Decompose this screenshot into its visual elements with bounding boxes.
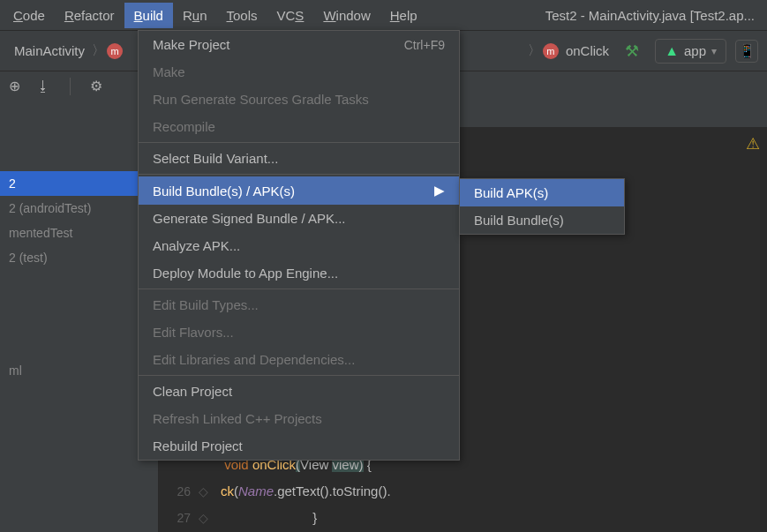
gutter-mark-icon: ◇ <box>199 505 208 531</box>
sidebar-item[interactable] <box>0 270 158 358</box>
method-icon: m <box>107 43 123 59</box>
menu-recompile: Recompile <box>139 113 459 140</box>
separator <box>139 174 459 175</box>
sidebar-item[interactable]: 2 <box>0 171 158 196</box>
menu-refresh-cpp: Refresh Linked C++ Projects <box>139 405 459 432</box>
menu-bar: Code Refactor Build Run Tools VCS Window… <box>0 0 767 30</box>
menu-tools[interactable]: Tools <box>216 3 267 28</box>
run-config-label: app <box>684 43 706 58</box>
build-hammer-icon[interactable]: ⚒ <box>625 41 639 61</box>
chevron-down-icon: ▾ <box>711 45 717 57</box>
menu-code[interactable]: Code <box>4 3 55 28</box>
build-apk-submenu: Build APK(s) Build Bundle(s) <box>459 178 625 235</box>
submenu-build-apk[interactable]: Build APK(s) <box>460 179 624 206</box>
separator <box>139 375 459 376</box>
menu-run-generate: Run Generate Sources Gradle Tasks <box>139 86 459 113</box>
menu-analyze-apk[interactable]: Analyze APK... <box>139 232 459 259</box>
menu-label: Build Bundle(s) / APK(s) <box>153 184 295 199</box>
line-number: 26 <box>177 478 191 505</box>
menu-deploy-module[interactable]: Deploy Module to App Engine... <box>139 259 459 287</box>
submenu-build-bundle[interactable]: Build Bundle(s) <box>460 206 624 234</box>
sidebar-item[interactable]: ml <box>0 358 158 383</box>
breadcrumb-sep: 〉 <box>92 42 105 59</box>
method-icon-2: m <box>543 43 559 59</box>
menu-run[interactable]: Run <box>173 3 217 28</box>
menu-vcs[interactable]: VCS <box>267 3 314 28</box>
sidebar-item[interactable]: 2 (androidTest) <box>0 196 158 221</box>
submenu-arrow-icon: ▶ <box>434 183 445 199</box>
breadcrumb-sep-2: 〉 <box>528 42 541 59</box>
menu-edit-flavors: Edit Flavors... <box>139 318 459 346</box>
shortcut-label: Ctrl+F9 <box>404 38 445 52</box>
build-menu-dropdown: Make Project Ctrl+F9 Make Run Generate S… <box>138 30 460 461</box>
menu-clean-project[interactable]: Clean Project <box>139 378 459 405</box>
menu-generate-signed[interactable]: Generate Signed Bundle / APK... <box>139 205 459 232</box>
menu-label: Make Project <box>153 37 230 52</box>
breadcrumb-class[interactable]: MainActivity <box>9 41 90 60</box>
menu-select-variant[interactable]: Select Build Variant... <box>139 145 459 172</box>
separator <box>139 142 459 143</box>
sidebar-item[interactable]: mentedTest <box>0 221 158 245</box>
menu-edit-libs: Edit Libraries and Dependencies... <box>139 346 459 373</box>
collapse-icon[interactable]: ⭳ <box>36 79 50 94</box>
menu-make-project[interactable]: Make Project Ctrl+F9 <box>139 31 459 58</box>
phone-icon: 📱 <box>739 43 756 59</box>
menu-window[interactable]: Window <box>313 3 380 28</box>
gutter-mark-icon: ◇ <box>199 478 208 505</box>
sidebar-item[interactable]: 2 (test) <box>0 245 158 270</box>
line-number: 27 <box>177 505 191 531</box>
menu-rebuild-project[interactable]: Rebuild Project <box>139 432 459 460</box>
separator <box>139 288 459 289</box>
project-sidebar[interactable]: 2 2 (androidTest) mentedTest 2 (test) ml <box>0 101 159 532</box>
breadcrumb-method[interactable]: onClick <box>560 41 614 60</box>
menu-build-bundle-apk[interactable]: Build Bundle(s) / APK(s) ▶ <box>139 176 459 205</box>
window-title: Test2 - MainActivity.java [Test2.ap... <box>545 8 763 23</box>
menu-help[interactable]: Help <box>380 3 427 28</box>
menu-edit-build-types: Edit Build Types... <box>139 291 459 318</box>
menu-build[interactable]: Build <box>124 3 173 28</box>
menu-make: Make <box>139 58 459 86</box>
divider <box>70 78 71 95</box>
gear-icon[interactable]: ⚙ <box>90 78 102 94</box>
run-config-selector[interactable]: ▲ app ▾ <box>655 39 726 64</box>
menu-refactor[interactable]: Refactor <box>55 3 124 28</box>
android-icon: ▲ <box>665 43 679 59</box>
target-icon[interactable]: ⊕ <box>9 78 20 94</box>
device-selector[interactable]: 📱 <box>735 40 758 63</box>
